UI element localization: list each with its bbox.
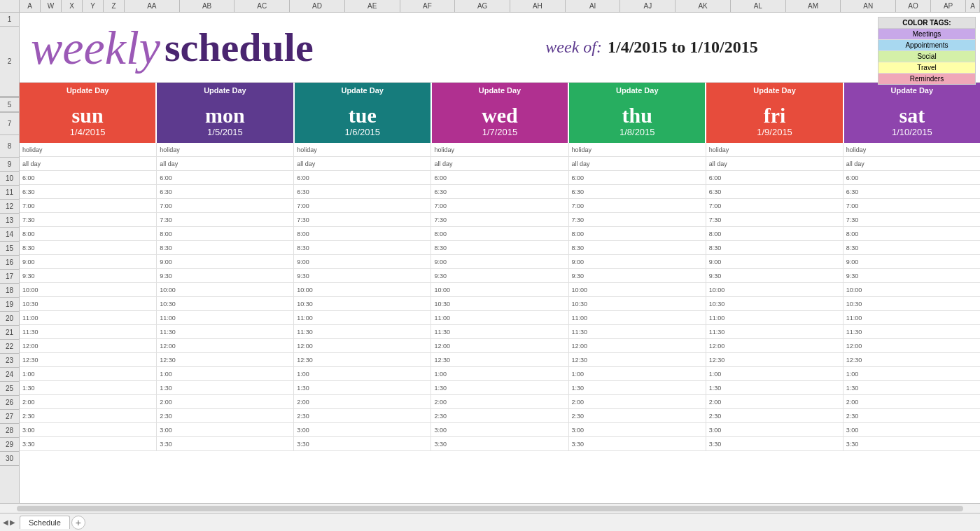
time-cell[interactable]: 12:30 bbox=[569, 353, 706, 366]
time-cell[interactable]: 9:30 bbox=[294, 269, 431, 282]
time-cell[interactable]: 6:00 bbox=[20, 171, 157, 184]
time-cell[interactable]: 7:00 bbox=[20, 199, 157, 212]
time-cell[interactable]: 1:00 bbox=[431, 367, 568, 380]
update-day-wed[interactable]: Update Day bbox=[432, 83, 569, 98]
time-cell[interactable]: 11:30 bbox=[844, 325, 980, 338]
nav-arrows[interactable]: ◀ ▶ bbox=[3, 518, 15, 526]
time-cell[interactable]: 7:30 bbox=[431, 213, 568, 226]
time-cell[interactable]: 3:00 bbox=[706, 423, 844, 436]
time-cell[interactable]: 7:00 bbox=[844, 199, 980, 212]
time-cell[interactable]: 1:00 bbox=[569, 367, 706, 380]
time-cell[interactable]: holiday bbox=[294, 143, 431, 156]
time-cell[interactable]: 2:30 bbox=[569, 409, 706, 422]
time-cell[interactable]: 2:30 bbox=[157, 409, 294, 422]
time-cell[interactable]: 3:00 bbox=[20, 423, 157, 436]
time-cell[interactable]: 2:30 bbox=[431, 409, 568, 422]
time-cell[interactable]: all day bbox=[844, 157, 980, 170]
time-cell[interactable]: 7:00 bbox=[431, 199, 568, 212]
time-cell[interactable]: 11:00 bbox=[157, 311, 294, 324]
time-cell[interactable]: 7:00 bbox=[569, 199, 706, 212]
time-cell[interactable]: 6:00 bbox=[844, 171, 980, 184]
time-cell[interactable]: 12:30 bbox=[20, 353, 157, 366]
time-cell[interactable]: 12:30 bbox=[706, 353, 844, 366]
time-cell[interactable]: 11:00 bbox=[294, 311, 431, 324]
time-cell[interactable]: 6:30 bbox=[294, 185, 431, 198]
time-cell[interactable]: 8:00 bbox=[20, 227, 157, 240]
time-cell[interactable]: 7:00 bbox=[294, 199, 431, 212]
time-cell[interactable]: 8:30 bbox=[20, 241, 157, 254]
time-cell[interactable]: holiday bbox=[431, 143, 568, 156]
time-cell[interactable]: 12:30 bbox=[431, 353, 568, 366]
time-cell[interactable]: 2:00 bbox=[569, 395, 706, 408]
time-cell[interactable]: 2:00 bbox=[431, 395, 568, 408]
time-cell[interactable]: 6:30 bbox=[20, 185, 157, 198]
time-cell[interactable]: 11:00 bbox=[431, 311, 568, 324]
time-cell[interactable]: 2:00 bbox=[844, 395, 980, 408]
time-cell[interactable]: 3:00 bbox=[294, 423, 431, 436]
time-cell[interactable]: 8:30 bbox=[294, 241, 431, 254]
time-cell[interactable]: 8:00 bbox=[294, 227, 431, 240]
time-cell[interactable]: 12:30 bbox=[844, 353, 980, 366]
time-cell[interactable]: all day bbox=[569, 157, 706, 170]
time-cell[interactable]: 3:00 bbox=[569, 423, 706, 436]
add-sheet-button[interactable]: + bbox=[71, 516, 85, 530]
time-cell[interactable]: holiday bbox=[157, 143, 294, 156]
time-cell[interactable]: 8:30 bbox=[706, 241, 844, 254]
time-cell[interactable]: 3:30 bbox=[431, 437, 568, 450]
time-cell[interactable]: 11:00 bbox=[20, 311, 157, 324]
time-cell[interactable]: 12:00 bbox=[157, 339, 294, 352]
time-cell[interactable]: 11:30 bbox=[157, 325, 294, 338]
time-cell[interactable]: all day bbox=[706, 157, 844, 170]
time-cell[interactable]: 9:00 bbox=[431, 255, 568, 268]
time-cell[interactable]: 11:00 bbox=[844, 311, 980, 324]
time-cell[interactable]: 1:00 bbox=[706, 367, 844, 380]
time-cell[interactable]: 2:30 bbox=[844, 409, 980, 422]
update-day-mon[interactable]: Update Day bbox=[157, 83, 294, 98]
time-cell[interactable]: 9:00 bbox=[294, 255, 431, 268]
time-cell[interactable]: 10:00 bbox=[569, 283, 706, 296]
time-cell[interactable]: 9:30 bbox=[706, 269, 844, 282]
time-cell[interactable]: 10:00 bbox=[431, 283, 568, 296]
time-cell[interactable]: 1:30 bbox=[844, 381, 980, 394]
time-cell[interactable]: 11:30 bbox=[706, 325, 844, 338]
time-cell[interactable]: 6:30 bbox=[569, 185, 706, 198]
time-cell[interactable]: 7:30 bbox=[20, 213, 157, 226]
time-cell[interactable]: holiday bbox=[569, 143, 706, 156]
time-cell[interactable]: holiday bbox=[706, 143, 844, 156]
update-day-thu[interactable]: Update Day bbox=[569, 83, 706, 98]
time-cell[interactable]: 3:30 bbox=[844, 437, 980, 450]
time-cell[interactable]: 1:00 bbox=[20, 367, 157, 380]
time-cell[interactable]: 6:30 bbox=[431, 185, 568, 198]
time-cell[interactable]: 10:30 bbox=[157, 297, 294, 310]
scrollbar-area[interactable] bbox=[0, 503, 980, 513]
time-cell[interactable]: 10:00 bbox=[844, 283, 980, 296]
time-cell[interactable]: 9:00 bbox=[706, 255, 844, 268]
time-cell[interactable]: 6:00 bbox=[431, 171, 568, 184]
time-cell[interactable]: 7:30 bbox=[706, 213, 844, 226]
time-cell[interactable]: all day bbox=[20, 157, 157, 170]
time-cell[interactable]: 1:30 bbox=[294, 381, 431, 394]
time-cell[interactable]: 6:00 bbox=[157, 171, 294, 184]
time-cell[interactable]: 6:30 bbox=[706, 185, 844, 198]
time-cell[interactable]: 2:00 bbox=[706, 395, 844, 408]
time-cell[interactable]: 3:30 bbox=[20, 437, 157, 450]
time-cell[interactable]: 10:30 bbox=[294, 297, 431, 310]
time-cell[interactable]: 1:30 bbox=[706, 381, 844, 394]
time-cell[interactable]: 11:00 bbox=[569, 311, 706, 324]
time-cell[interactable]: 8:30 bbox=[569, 241, 706, 254]
time-cell[interactable]: 12:30 bbox=[157, 353, 294, 366]
time-cell[interactable]: 11:30 bbox=[20, 325, 157, 338]
time-cell[interactable]: 6:00 bbox=[569, 171, 706, 184]
time-cell[interactable]: 8:00 bbox=[431, 227, 568, 240]
time-cell[interactable]: 12:00 bbox=[20, 339, 157, 352]
time-cell[interactable]: 3:30 bbox=[157, 437, 294, 450]
time-cell[interactable]: 1:30 bbox=[157, 381, 294, 394]
time-cell[interactable]: all day bbox=[294, 157, 431, 170]
time-cell[interactable]: 3:00 bbox=[844, 423, 980, 436]
schedule-tab[interactable]: Schedule bbox=[20, 516, 70, 529]
time-cell[interactable]: 9:00 bbox=[844, 255, 980, 268]
time-cell[interactable]: 3:00 bbox=[431, 423, 568, 436]
time-cell[interactable]: holiday bbox=[20, 143, 157, 156]
time-cell[interactable]: 9:30 bbox=[20, 269, 157, 282]
time-cell[interactable]: 1:00 bbox=[157, 367, 294, 380]
